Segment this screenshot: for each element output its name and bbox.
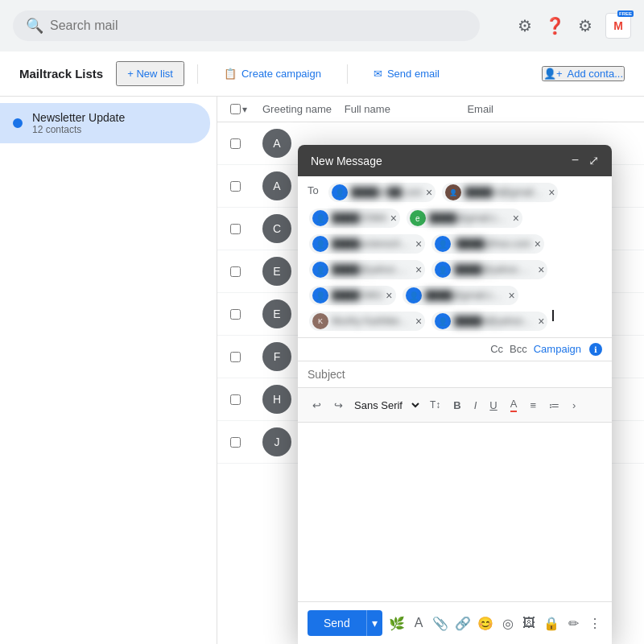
chip-close-10[interactable]: × <box>509 290 515 301</box>
add-person-icon: 👤+ <box>543 68 563 80</box>
chip-close-11[interactable]: × <box>415 316 422 327</box>
row-check-3 <box>230 224 262 234</box>
checkbox-8[interactable] <box>230 437 241 448</box>
email-chip-9[interactable]: 👤 ████GWU × <box>309 286 396 305</box>
add-contact-button[interactable]: 👤+ Add conta... <box>542 66 625 81</box>
nm-controls: − ⤢ <box>572 153 599 168</box>
chip-close-2[interactable]: × <box>548 187 555 198</box>
send-email-button[interactable]: ✉ Send email <box>361 61 452 86</box>
search-input[interactable] <box>50 19 467 33</box>
sidebar: Newsletter Update 12 contacts <box>0 97 217 644</box>
checkbox-1[interactable] <box>230 138 241 149</box>
email-chip-2[interactable]: 👤 ████rd@gmail.com × <box>442 183 558 202</box>
chip-text-8: ████@yahoo.com <box>454 264 535 275</box>
avatar-1: A <box>262 129 291 158</box>
search-icon: 🔍 <box>26 17 43 35</box>
chip-close-1[interactable]: × <box>426 187 432 198</box>
email-chip-8[interactable]: 👤 ████@yahoo.com × <box>431 260 547 279</box>
nm-actions-bar: Send ▾ 🌿 A 📎 🔗 😊 ◎ 🖼 🔒 ✏ ⋮ <box>298 601 612 644</box>
to-label: To <box>308 181 324 200</box>
avatar-3: C <box>262 214 291 243</box>
email-chip-3[interactable]: 👤 ████ZOMA × <box>309 208 400 228</box>
checkbox-4[interactable] <box>230 266 241 277</box>
email-chip-6[interactable]: 👤 f████@hoo.com × <box>431 234 544 254</box>
checkbox-2[interactable] <box>230 181 241 192</box>
email-chip-4[interactable]: e ████@gmail.com × <box>407 208 522 228</box>
settings-icon[interactable]: ⚙ <box>578 16 592 35</box>
email-chip-1[interactable]: 👤 ████@██.com × <box>328 183 436 202</box>
more-options-icon[interactable]: ⋮ <box>587 611 602 635</box>
font-selector[interactable]: Sans Serif Serif Monospace <box>351 398 422 412</box>
insert-photo-icon[interactable]: 🖼 <box>522 611 537 635</box>
chip-close-6[interactable]: × <box>535 238 541 250</box>
underline-button[interactable]: U <box>485 396 502 415</box>
undo-button[interactable]: ↩ <box>308 396 326 415</box>
email-chip-5[interactable]: 👤 ████jectenoch@yahoo.com × <box>309 234 425 254</box>
search-box[interactable]: 🔍 <box>13 10 480 41</box>
row-check-2 <box>230 181 262 192</box>
font-size-button[interactable]: T↕ <box>425 396 445 414</box>
new-message-header[interactable]: New Message − ⤢ <box>298 145 612 176</box>
minimize-icon[interactable]: − <box>572 153 579 168</box>
checkbox-6[interactable] <box>230 352 241 362</box>
checkbox-all[interactable] <box>230 104 241 114</box>
align-button[interactable]: ≡ <box>525 396 541 415</box>
send-email-label: Send email <box>387 68 440 80</box>
row-check-4 <box>230 266 262 277</box>
list-button[interactable]: ≔ <box>544 396 564 415</box>
sidebar-item-newsletter[interactable]: Newsletter Update 12 contacts <box>0 103 210 143</box>
table-header: ▾ Greeting name Full name Email <box>217 97 644 122</box>
chip-close-3[interactable]: × <box>390 213 397 224</box>
drive-icon[interactable]: ◎ <box>500 611 515 635</box>
create-campaign-button[interactable]: 📋 Create campaign <box>211 61 334 86</box>
send-button[interactable]: Send <box>308 610 366 636</box>
avatar-4: E <box>262 257 291 286</box>
chip-close-4[interactable]: × <box>513 213 519 224</box>
new-list-button[interactable]: + New list <box>116 61 184 86</box>
filter-icon[interactable]: ⚙ <box>518 16 532 35</box>
actionbar: Mailtrack Lists + New list 📋 Create camp… <box>0 52 644 97</box>
bold-button[interactable]: B <box>448 396 465 415</box>
chip-close-12[interactable]: × <box>538 316 544 327</box>
chip-avatar-12: 👤 <box>435 313 451 329</box>
chip-close-9[interactable]: × <box>386 290 392 301</box>
italic-button[interactable]: I <box>469 396 482 415</box>
email-chip-10[interactable]: 👤 ████@gmail.com × <box>402 286 518 305</box>
active-dot-icon <box>13 118 23 128</box>
email-chip-12[interactable]: 👤 ████d@yahoo.com × <box>431 312 547 331</box>
col-fullname-header: Full name <box>345 103 468 115</box>
free-badge: FREE <box>617 10 634 17</box>
more-formatting-button[interactable]: › <box>568 396 580 415</box>
cc-button[interactable]: Cc <box>490 343 503 356</box>
chip-close-5[interactable]: × <box>415 238 422 250</box>
campaign-button[interactable]: Campaign <box>534 343 581 356</box>
send-dropdown-button[interactable]: ▾ <box>366 610 382 636</box>
gmail-logo[interactable]: M FREE <box>605 13 631 39</box>
email-chip-7[interactable]: 👤 ████@yahoo.co.uk × <box>309 260 425 279</box>
chevron-down-icon[interactable]: ▾ <box>242 104 247 115</box>
checkbox-7[interactable] <box>230 394 241 405</box>
mailtrack-title: Mailtrack Lists <box>19 67 103 80</box>
chip-close-8[interactable]: × <box>538 264 544 275</box>
subject-input[interactable] <box>308 368 602 381</box>
confidential-icon[interactable]: 🔒 <box>543 611 559 635</box>
chip-close-7[interactable]: × <box>415 264 422 275</box>
nm-to-area[interactable]: To 👤 ████@██.com × 👤 ████rd@gmail.com × <box>298 176 612 338</box>
redo-button[interactable]: ↪ <box>329 396 348 415</box>
maximize-icon[interactable]: ⤢ <box>588 153 599 168</box>
help-icon[interactable]: ❓ <box>545 16 565 35</box>
font-color-button[interactable]: A <box>506 394 522 415</box>
mailtrack-tracking-icon[interactable]: 🌿 <box>389 611 405 635</box>
email-chip-11[interactable]: K Murthy Karthikeyan × <box>309 312 425 331</box>
select-all-checkbox[interactable]: ▾ <box>230 104 247 115</box>
insert-link-icon[interactable]: 🔗 <box>455 611 471 635</box>
checkbox-5[interactable] <box>230 309 241 320</box>
emoji-icon[interactable]: 😊 <box>477 611 493 635</box>
format-text-icon[interactable]: A <box>411 611 427 635</box>
checkbox-3[interactable] <box>230 224 241 234</box>
chip-text-9: ████GWU <box>332 290 382 301</box>
attach-file-icon[interactable]: 📎 <box>432 611 448 635</box>
campaign-icon: 📋 <box>224 68 237 80</box>
bcc-button[interactable]: Bcc <box>510 343 527 356</box>
signature-icon[interactable]: ✏ <box>566 611 581 635</box>
